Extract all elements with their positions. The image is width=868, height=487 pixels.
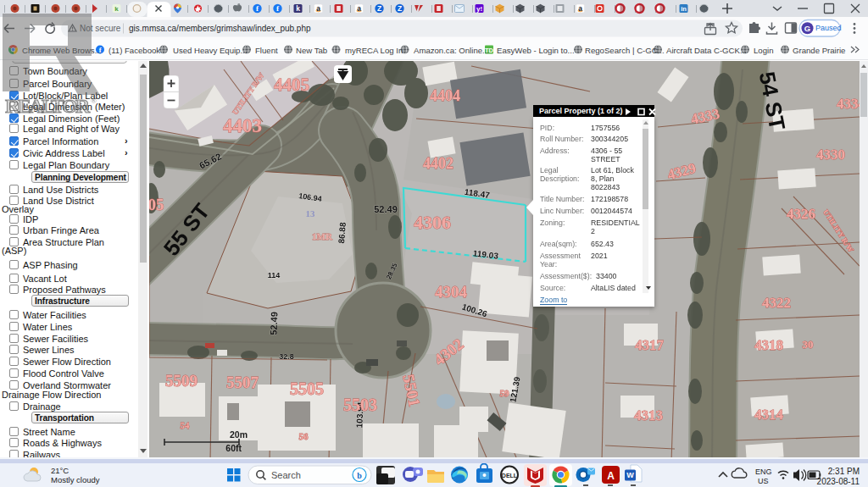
svg-text:21°C: 21°C xyxy=(51,466,69,475)
svg-text:4304: 4304 xyxy=(435,283,468,301)
svg-text:US: US xyxy=(758,477,769,485)
svg-text:4404: 4404 xyxy=(430,87,460,104)
svg-text:DELL: DELL xyxy=(502,473,518,479)
svg-text:4403: 4403 xyxy=(223,115,262,136)
svg-text:W: W xyxy=(626,471,634,479)
svg-text:A: A xyxy=(607,470,615,482)
svg-text:4405: 4405 xyxy=(274,75,309,95)
svg-text:k: k xyxy=(296,4,300,13)
svg-text:4330: 4330 xyxy=(816,147,845,163)
svg-text:4313: 4313 xyxy=(634,407,663,423)
svg-text:05: 05 xyxy=(149,196,164,213)
svg-text:114: 114 xyxy=(268,271,281,279)
svg-text:56: 56 xyxy=(299,431,309,441)
svg-text:30: 30 xyxy=(803,338,814,351)
svg-text:60ft: 60ft xyxy=(225,443,242,453)
svg-text:4402: 4402 xyxy=(423,155,453,172)
svg-text:59: 59 xyxy=(500,388,510,398)
svg-text:86.88: 86.88 xyxy=(337,222,348,244)
svg-text:4322: 4322 xyxy=(762,295,791,311)
svg-text:ENG: ENG xyxy=(755,468,772,476)
svg-text:k: k xyxy=(114,5,119,13)
svg-text:gis.mmsa.ca/members/grimshaw/i: gis.mmsa.ca/members/grimshaw/index_pub.p… xyxy=(129,24,311,33)
svg-text:in: in xyxy=(681,5,687,13)
svg-text:4317: 4317 xyxy=(635,337,665,353)
svg-text:4326: 4326 xyxy=(787,206,815,222)
svg-text:b: b xyxy=(357,471,362,480)
svg-text:1MR: 1MR xyxy=(312,231,333,241)
svg-text:52.49: 52.49 xyxy=(374,204,398,214)
svg-text:54: 54 xyxy=(181,420,191,430)
svg-text:y!: y! xyxy=(476,5,482,13)
svg-text:20m: 20m xyxy=(230,429,248,440)
svg-text:Z: Z xyxy=(398,4,402,13)
svg-text:5505: 5505 xyxy=(290,379,324,398)
svg-text:13: 13 xyxy=(306,208,316,219)
svg-text:4334: 4334 xyxy=(837,96,860,112)
svg-text:2023-08-11: 2023-08-11 xyxy=(817,477,860,486)
svg-text:5509: 5509 xyxy=(165,372,198,390)
svg-text:4314: 4314 xyxy=(754,407,784,423)
svg-text:4318: 4318 xyxy=(754,337,783,353)
svg-text:Search: Search xyxy=(271,470,301,480)
svg-text:4306: 4306 xyxy=(414,212,451,233)
svg-text:52.49: 52.49 xyxy=(269,312,280,335)
svg-text:G: G xyxy=(804,24,810,33)
svg-text:2:31 PM: 2:31 PM xyxy=(828,467,860,476)
svg-text:Paused: Paused xyxy=(815,24,842,32)
svg-text:Mostly cloudy: Mostly cloudy xyxy=(51,475,100,484)
svg-text:5507: 5507 xyxy=(226,374,259,391)
svg-text:Not secure: Not secure xyxy=(80,24,121,33)
svg-text:Z: Z xyxy=(377,4,381,13)
svg-text:32.8: 32.8 xyxy=(279,352,294,361)
svg-text:5503: 5503 xyxy=(343,396,377,414)
